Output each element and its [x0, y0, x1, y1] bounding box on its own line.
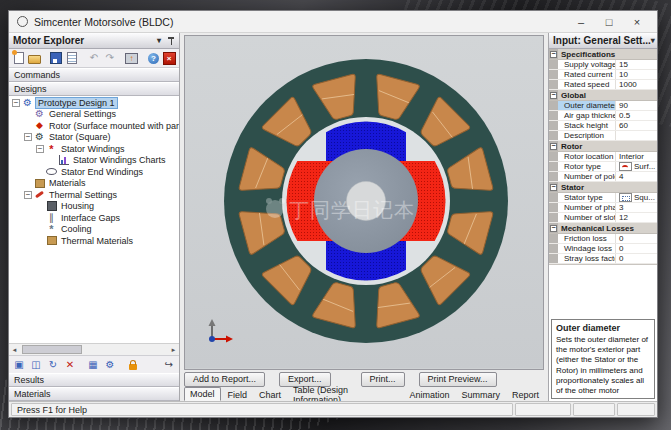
tree-item-thermal-materials[interactable]: Thermal Materials — [9, 235, 179, 247]
group-mechanical-losses[interactable]: − Mechanical Losses — [549, 223, 657, 234]
tree-item-thermal-settings[interactable]: − Thermal Settings — [9, 189, 179, 201]
property-row[interactable]: Number of phases 3 — [549, 203, 657, 213]
close-button[interactable]: × — [623, 12, 651, 32]
property-row[interactable]: Supply voltage 15 — [549, 60, 657, 70]
add-to-report-button[interactable]: Add to Report... — [184, 372, 265, 387]
compare-results-button[interactable]: ◫ — [29, 358, 43, 371]
horizontal-scrollbar[interactable]: ◄ ► — [9, 343, 179, 355]
property-row[interactable]: Friction loss 0 — [549, 234, 657, 244]
property-row[interactable]: Air gap thickness 0.5 — [549, 111, 657, 121]
group-rotor[interactable]: − Rotor — [549, 141, 657, 152]
input-panel-header[interactable]: Input: General Sett... ▾ — [549, 33, 657, 49]
close-panel-button[interactable]: × — [162, 51, 176, 66]
rated-current-value[interactable]: 10 — [616, 70, 657, 79]
group-stator[interactable]: − Stator — [549, 182, 657, 193]
save-as-button[interactable] — [65, 51, 79, 66]
outer-diameter-value[interactable]: 90 — [616, 101, 657, 110]
tree-item-cooling[interactable]: * Cooling — [9, 224, 179, 236]
commands-section-header[interactable]: Commands — [9, 68, 179, 82]
print-preview-button[interactable]: Print Preview... — [419, 372, 497, 387]
stator-type-value[interactable]: Squ... — [616, 193, 657, 202]
collapse-icon[interactable]: − — [550, 51, 557, 58]
number-of-slots-value[interactable]: 12 — [616, 213, 657, 222]
title-bar[interactable]: Simcenter Motorsolve (BLDC) – □ × — [9, 11, 657, 33]
air-gap-thickness-value[interactable]: 0.5 — [616, 111, 657, 120]
tree-item-interface-gaps[interactable]: ∥ Interface Gaps — [9, 212, 179, 224]
group-global[interactable]: − Global — [549, 90, 657, 101]
tab-report[interactable]: Report — [507, 389, 544, 401]
tab-chart[interactable]: Chart — [254, 389, 286, 401]
settings-button[interactable]: ⚙ — [103, 358, 117, 371]
collapse-icon[interactable]: − — [24, 133, 32, 141]
scrollbar-thumb[interactable] — [22, 345, 82, 354]
motor-cross-section-view[interactable]: 丁同学日记本 — [184, 35, 544, 370]
scroll-right-icon[interactable]: ► — [168, 347, 179, 353]
collapse-icon[interactable]: − — [550, 92, 557, 99]
chevron-down-icon[interactable]: ▾ — [651, 36, 655, 45]
rated-speed-value[interactable]: 1000 — [616, 80, 657, 89]
number-of-poles-value[interactable]: 4 — [616, 172, 657, 181]
tab-model[interactable]: Model — [184, 387, 221, 401]
property-row[interactable]: Stray loss factor 0 — [549, 254, 657, 264]
property-row[interactable]: Number of poles 4 — [549, 172, 657, 182]
stray-loss-factor-value[interactable]: 0 — [616, 254, 657, 263]
new-design-button[interactable] — [12, 51, 26, 66]
tree-item-housing[interactable]: Housing — [9, 201, 179, 213]
refresh-button[interactable]: ↻ — [46, 358, 60, 371]
lock-button[interactable] — [126, 358, 140, 371]
tab-field[interactable]: Field — [223, 389, 253, 401]
minimize-button[interactable]: – — [567, 12, 595, 32]
collapse-icon[interactable]: − — [550, 143, 557, 150]
tree-item-stator-windings-charts[interactable]: Stator Windings Charts — [9, 155, 179, 167]
new-result-button[interactable]: ▣ — [12, 358, 26, 371]
delete-button[interactable]: ✕ — [63, 358, 77, 371]
property-row[interactable]: Stator type Squ... — [549, 193, 657, 203]
export-model-button[interactable]: ↑ — [125, 51, 139, 66]
tree-item-stator-windings[interactable]: − * Stator Windings — [9, 143, 179, 155]
collapse-icon[interactable]: − — [550, 225, 557, 232]
tab-table-design-information[interactable]: Table (Design Information) — [288, 389, 402, 401]
tab-animation[interactable]: Animation — [404, 389, 454, 401]
rotor-type-value[interactable]: Surf... — [616, 162, 657, 171]
materials-section-header[interactable]: Materials — [9, 387, 179, 401]
undo-button[interactable]: ↶ — [87, 51, 101, 66]
pin-icon[interactable] — [167, 36, 175, 46]
rotor-location-value[interactable]: Interior — [616, 152, 657, 161]
property-row[interactable]: Rated current 10 — [549, 70, 657, 80]
tab-summary[interactable]: Summary — [456, 389, 505, 401]
motor-explorer-header[interactable]: Motor Explorer ▾ — [9, 33, 179, 49]
properties-button[interactable]: ▦ — [86, 358, 100, 371]
friction-loss-value[interactable]: 0 — [616, 234, 657, 243]
property-row[interactable]: Windage loss 0 — [549, 244, 657, 254]
redo-button[interactable]: ↷ — [103, 51, 117, 66]
chevron-down-icon[interactable]: ▾ — [157, 36, 161, 45]
collapse-icon[interactable]: − — [12, 99, 20, 107]
collapse-icon[interactable]: − — [550, 184, 557, 191]
maximize-button[interactable]: □ — [595, 12, 623, 32]
collapse-icon[interactable]: − — [24, 191, 32, 199]
exit-button[interactable]: ↪ — [162, 358, 176, 371]
stack-height-value[interactable]: 60 — [616, 121, 657, 130]
results-section-header[interactable]: Results — [9, 373, 179, 387]
tree-item-materials[interactable]: Materials — [9, 178, 179, 190]
number-of-phases-value[interactable]: 3 — [616, 203, 657, 212]
supply-voltage-value[interactable]: 15 — [616, 60, 657, 69]
help-button[interactable]: ? — [146, 51, 160, 66]
tree-item-general-settings[interactable]: ⚙ General Settings — [9, 109, 179, 121]
tree-item-rotor[interactable]: ◆ Rotor (Surface mounted with parallel m… — [9, 120, 179, 132]
tree-item-stator-end-windings[interactable]: Stator End Windings — [9, 166, 179, 178]
property-row[interactable]: Description — [549, 131, 657, 141]
property-row[interactable]: Stack height 60 — [549, 121, 657, 131]
windage-loss-value[interactable]: 0 — [616, 244, 657, 253]
designs-section-header[interactable]: Designs — [9, 82, 179, 96]
open-button[interactable] — [28, 51, 42, 66]
scroll-left-icon[interactable]: ◄ — [9, 347, 20, 353]
property-row[interactable]: Rotor location Interior — [549, 152, 657, 162]
property-row[interactable]: Number of slots 12 — [549, 213, 657, 223]
save-button[interactable] — [50, 51, 64, 66]
property-row-selected[interactable]: Outer diameter 90 — [549, 101, 657, 111]
tree-item-stator[interactable]: − ⚙ Stator (Square) — [9, 132, 179, 144]
property-row[interactable]: Rated speed 1000 — [549, 80, 657, 90]
tree-item-prototype-design[interactable]: − ⚙ Prototype Design 1 — [9, 97, 179, 109]
collapse-icon[interactable]: − — [36, 145, 44, 153]
